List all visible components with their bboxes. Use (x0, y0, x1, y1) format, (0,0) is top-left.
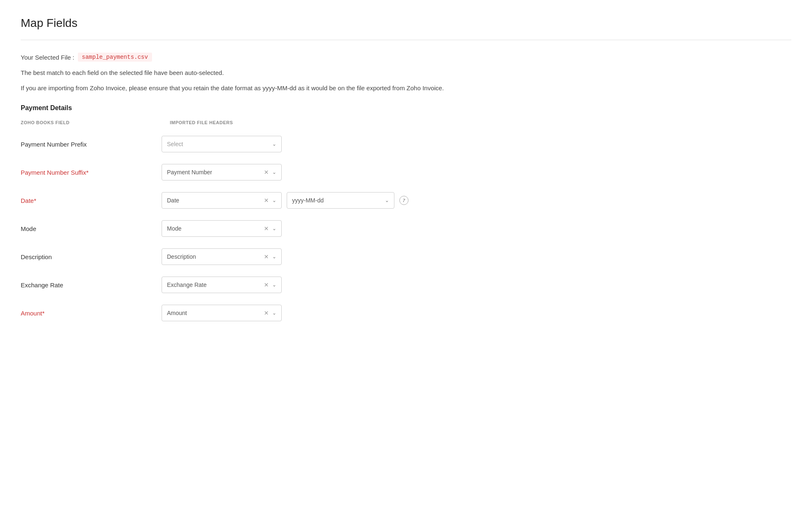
select-text-3: Mode (167, 225, 181, 232)
field-label-5: Exchange Rate (21, 282, 162, 289)
clear-icon-2[interactable]: ✕ (264, 197, 269, 204)
chevron-down-icon-2: ⌄ (272, 197, 276, 203)
field-select-wrapper-6: Amount✕⌄ (162, 305, 282, 321)
field-select-wrapper-4: Description✕⌄ (162, 248, 282, 265)
selected-file-label: Your Selected File : (21, 54, 75, 61)
select-text-5: Exchange Rate (167, 282, 207, 288)
clear-icon-1[interactable]: ✕ (264, 169, 269, 176)
page-title: Map Fields (21, 17, 791, 30)
select-right-5: ✕⌄ (264, 282, 276, 288)
chevron-down-icon-6: ⌄ (272, 310, 276, 316)
info-section: Your Selected File : sample_payments.csv… (21, 53, 791, 93)
field-row: Amount*Amount✕⌄ (21, 299, 791, 327)
field-select-wrapper-0: Select⌄ (162, 136, 282, 152)
auto-select-text: The best match to each field on the sele… (21, 68, 791, 78)
select-box-4[interactable]: Description✕⌄ (162, 248, 282, 265)
chevron-down-icon-1: ⌄ (272, 169, 276, 175)
field-select-wrapper-5: Exchange Rate✕⌄ (162, 277, 282, 293)
field-label-2: Date* (21, 197, 162, 204)
section-divider (21, 40, 791, 40)
select-right-1: ✕⌄ (264, 169, 276, 176)
select-text-4: Description (167, 253, 196, 260)
select-text-1: Payment Number (167, 169, 212, 176)
field-label-1: Payment Number Suffix* (21, 169, 162, 176)
select-text-6: Amount (167, 310, 187, 316)
field-label-6: Amount* (21, 310, 162, 317)
date-format-text-2: yyyy-MM-dd (292, 197, 324, 204)
select-box-0[interactable]: Select⌄ (162, 136, 282, 152)
field-row: DescriptionDescription✕⌄ (21, 243, 791, 271)
field-label-3: Mode (21, 225, 162, 232)
field-row: Date*Date✕⌄yyyy-MM-dd⌄? (21, 186, 791, 214)
select-box-2[interactable]: Date✕⌄ (162, 192, 282, 209)
field-row: ModeMode✕⌄ (21, 214, 791, 243)
payment-details-title: Payment Details (21, 104, 791, 112)
zoho-invoice-text: If you are importing from Zoho Invoice, … (21, 84, 791, 93)
field-select-wrapper-3: Mode✕⌄ (162, 220, 282, 237)
chevron-down-icon-3: ⌄ (272, 226, 276, 231)
date-format-select-2[interactable]: yyyy-MM-dd⌄ (287, 192, 394, 209)
select-right-0: ⌄ (272, 141, 276, 147)
select-text-2: Date (167, 197, 179, 204)
select-right-3: ✕⌄ (264, 225, 276, 232)
clear-icon-5[interactable]: ✕ (264, 282, 269, 288)
selected-file-row: Your Selected File : sample_payments.csv (21, 53, 791, 62)
field-row: Payment Number PrefixSelect⌄ (21, 130, 791, 158)
select-text-0: Select (167, 141, 183, 147)
select-right-4: ✕⌄ (264, 253, 276, 260)
field-select-wrapper-2: Date✕⌄yyyy-MM-dd⌄? (162, 192, 408, 209)
select-box-5[interactable]: Exchange Rate✕⌄ (162, 277, 282, 293)
date-format-chevron-icon-2: ⌄ (385, 197, 389, 203)
select-right-2: ✕⌄ (264, 197, 276, 204)
column-headers: ZOHO BOOKS FIELD IMPORTED FILE HEADERS (21, 120, 791, 125)
chevron-down-icon-4: ⌄ (272, 254, 276, 260)
selected-file-name: sample_payments.csv (78, 53, 152, 62)
field-label-0: Payment Number Prefix (21, 141, 162, 148)
select-right-6: ✕⌄ (264, 310, 276, 316)
clear-icon-3[interactable]: ✕ (264, 225, 269, 232)
help-icon-2[interactable]: ? (399, 196, 408, 205)
clear-icon-4[interactable]: ✕ (264, 253, 269, 260)
select-box-3[interactable]: Mode✕⌄ (162, 220, 282, 237)
column-header-field: ZOHO BOOKS FIELD (21, 120, 162, 125)
clear-icon-6[interactable]: ✕ (264, 310, 269, 316)
field-row: Exchange RateExchange Rate✕⌄ (21, 271, 791, 299)
field-select-wrapper-1: Payment Number✕⌄ (162, 164, 282, 180)
chevron-down-icon-5: ⌄ (272, 282, 276, 288)
fields-container: Payment Number PrefixSelect⌄Payment Numb… (21, 130, 791, 327)
select-box-6[interactable]: Amount✕⌄ (162, 305, 282, 321)
field-label-4: Description (21, 253, 162, 260)
field-row: Payment Number Suffix*Payment Number✕⌄ (21, 158, 791, 186)
select-box-1[interactable]: Payment Number✕⌄ (162, 164, 282, 180)
chevron-down-icon-0: ⌄ (272, 141, 276, 147)
column-header-imported: IMPORTED FILE HEADERS (170, 120, 294, 125)
